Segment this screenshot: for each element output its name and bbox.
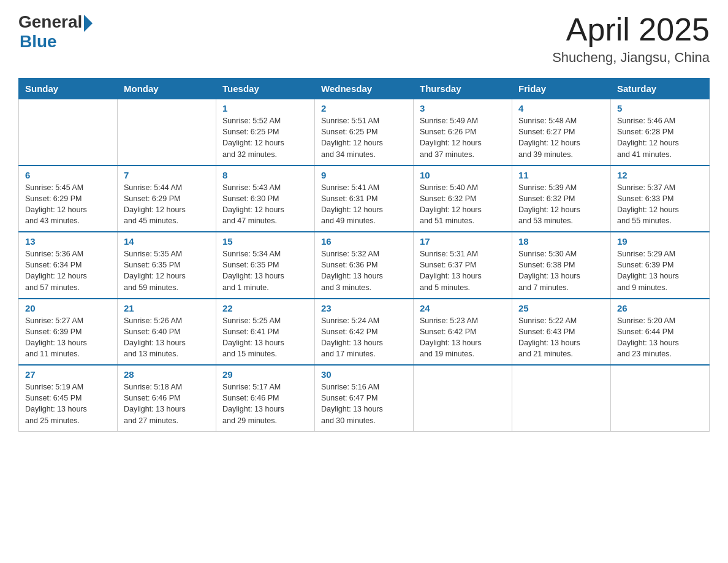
title-section: April 2025 Shucheng, Jiangsu, China [552, 12, 710, 66]
day-number: 14 [124, 236, 210, 247]
day-info: Sunrise: 5:31 AM Sunset: 6:37 PM Dayligh… [420, 248, 506, 293]
month-year-title: April 2025 [552, 12, 710, 47]
calendar-week-row: 27Sunrise: 5:19 AM Sunset: 6:45 PM Dayli… [19, 365, 710, 431]
day-number: 18 [518, 236, 604, 247]
day-number: 27 [25, 369, 111, 380]
day-info: Sunrise: 5:35 AM Sunset: 6:35 PM Dayligh… [124, 248, 210, 293]
calendar-cell: 8Sunrise: 5:43 AM Sunset: 6:30 PM Daylig… [216, 166, 315, 232]
calendar-cell [611, 365, 710, 431]
day-info: Sunrise: 5:36 AM Sunset: 6:34 PM Dayligh… [25, 248, 111, 293]
calendar-cell: 17Sunrise: 5:31 AM Sunset: 6:37 PM Dayli… [414, 232, 512, 299]
day-number: 16 [321, 236, 407, 247]
day-info: Sunrise: 5:26 AM Sunset: 6:40 PM Dayligh… [124, 315, 210, 360]
day-info: Sunrise: 5:45 AM Sunset: 6:29 PM Dayligh… [25, 182, 111, 227]
calendar-cell: 10Sunrise: 5:40 AM Sunset: 6:32 PM Dayli… [414, 166, 512, 232]
calendar-cell: 21Sunrise: 5:26 AM Sunset: 6:40 PM Dayli… [118, 299, 216, 366]
calendar-cell: 22Sunrise: 5:25 AM Sunset: 6:41 PM Dayli… [216, 299, 315, 366]
day-number: 19 [617, 236, 703, 247]
calendar-week-row: 1Sunrise: 5:52 AM Sunset: 6:25 PM Daylig… [19, 99, 710, 166]
day-info: Sunrise: 5:32 AM Sunset: 6:36 PM Dayligh… [321, 248, 407, 293]
calendar-cell: 2Sunrise: 5:51 AM Sunset: 6:25 PM Daylig… [315, 99, 414, 166]
day-info: Sunrise: 5:24 AM Sunset: 6:42 PM Dayligh… [321, 315, 407, 360]
day-info: Sunrise: 5:43 AM Sunset: 6:30 PM Dayligh… [222, 182, 308, 227]
day-info: Sunrise: 5:22 AM Sunset: 6:43 PM Dayligh… [518, 315, 604, 360]
calendar-cell: 24Sunrise: 5:23 AM Sunset: 6:42 PM Dayli… [414, 299, 512, 366]
day-number: 2 [321, 103, 407, 113]
day-info: Sunrise: 5:25 AM Sunset: 6:41 PM Dayligh… [222, 315, 308, 360]
calendar-cell: 6Sunrise: 5:45 AM Sunset: 6:29 PM Daylig… [19, 166, 118, 232]
calendar-cell: 11Sunrise: 5:39 AM Sunset: 6:32 PM Dayli… [512, 166, 611, 232]
day-info: Sunrise: 5:52 AM Sunset: 6:25 PM Dayligh… [222, 115, 308, 160]
calendar-body: 1Sunrise: 5:52 AM Sunset: 6:25 PM Daylig… [19, 99, 710, 432]
day-info: Sunrise: 5:23 AM Sunset: 6:42 PM Dayligh… [420, 315, 506, 360]
calendar-cell: 25Sunrise: 5:22 AM Sunset: 6:43 PM Dayli… [512, 299, 611, 366]
day-info: Sunrise: 5:44 AM Sunset: 6:29 PM Dayligh… [124, 182, 210, 227]
day-number: 3 [420, 103, 506, 113]
day-info: Sunrise: 5:29 AM Sunset: 6:39 PM Dayligh… [617, 248, 703, 293]
day-info: Sunrise: 5:16 AM Sunset: 6:47 PM Dayligh… [321, 381, 407, 426]
day-number: 25 [518, 303, 604, 313]
weekday-header-wednesday: Wednesday [315, 79, 414, 99]
weekday-header-friday: Friday [512, 79, 611, 99]
day-info: Sunrise: 5:27 AM Sunset: 6:39 PM Dayligh… [25, 315, 111, 360]
calendar-week-row: 20Sunrise: 5:27 AM Sunset: 6:39 PM Dayli… [19, 299, 710, 366]
day-number: 6 [25, 170, 111, 180]
logo-arrow-icon [84, 15, 93, 32]
weekday-header-monday: Monday [118, 79, 216, 99]
day-number: 28 [124, 369, 210, 380]
calendar-cell: 13Sunrise: 5:36 AM Sunset: 6:34 PM Dayli… [19, 232, 118, 299]
calendar-cell: 7Sunrise: 5:44 AM Sunset: 6:29 PM Daylig… [118, 166, 216, 232]
day-number: 30 [321, 369, 407, 380]
day-number: 9 [321, 170, 407, 180]
day-number: 13 [25, 236, 111, 247]
day-info: Sunrise: 5:18 AM Sunset: 6:46 PM Dayligh… [124, 381, 210, 426]
weekday-header-thursday: Thursday [414, 79, 512, 99]
calendar-cell: 14Sunrise: 5:35 AM Sunset: 6:35 PM Dayli… [118, 232, 216, 299]
calendar-cell: 1Sunrise: 5:52 AM Sunset: 6:25 PM Daylig… [216, 99, 315, 166]
day-info: Sunrise: 5:39 AM Sunset: 6:32 PM Dayligh… [518, 182, 604, 227]
day-info: Sunrise: 5:37 AM Sunset: 6:33 PM Dayligh… [617, 182, 703, 227]
day-number: 21 [124, 303, 210, 313]
calendar-cell: 18Sunrise: 5:30 AM Sunset: 6:38 PM Dayli… [512, 232, 611, 299]
calendar-week-row: 13Sunrise: 5:36 AM Sunset: 6:34 PM Dayli… [19, 232, 710, 299]
page-header: General Blue April 2025 Shucheng, Jiangs… [18, 12, 710, 66]
calendar-cell: 23Sunrise: 5:24 AM Sunset: 6:42 PM Dayli… [315, 299, 414, 366]
day-info: Sunrise: 5:34 AM Sunset: 6:35 PM Dayligh… [222, 248, 308, 293]
calendar-cell: 9Sunrise: 5:41 AM Sunset: 6:31 PM Daylig… [315, 166, 414, 232]
calendar-cell: 5Sunrise: 5:46 AM Sunset: 6:28 PM Daylig… [611, 99, 710, 166]
day-info: Sunrise: 5:41 AM Sunset: 6:31 PM Dayligh… [321, 182, 407, 227]
calendar-cell: 28Sunrise: 5:18 AM Sunset: 6:46 PM Dayli… [118, 365, 216, 431]
calendar-cell [414, 365, 512, 431]
calendar-cell [512, 365, 611, 431]
calendar-cell: 19Sunrise: 5:29 AM Sunset: 6:39 PM Dayli… [611, 232, 710, 299]
day-number: 4 [518, 103, 604, 113]
calendar-cell: 15Sunrise: 5:34 AM Sunset: 6:35 PM Dayli… [216, 232, 315, 299]
day-number: 20 [25, 303, 111, 313]
calendar-table: SundayMondayTuesdayWednesdayThursdayFrid… [18, 78, 710, 432]
logo-blue-text: Blue [20, 32, 57, 52]
day-info: Sunrise: 5:30 AM Sunset: 6:38 PM Dayligh… [518, 248, 604, 293]
day-number: 17 [420, 236, 506, 247]
day-number: 8 [222, 170, 308, 180]
day-info: Sunrise: 5:40 AM Sunset: 6:32 PM Dayligh… [420, 182, 506, 227]
day-number: 15 [222, 236, 308, 247]
day-number: 10 [420, 170, 506, 180]
day-info: Sunrise: 5:46 AM Sunset: 6:28 PM Dayligh… [617, 115, 703, 160]
calendar-cell: 20Sunrise: 5:27 AM Sunset: 6:39 PM Dayli… [19, 299, 118, 366]
day-number: 26 [617, 303, 703, 313]
day-number: 22 [222, 303, 308, 313]
day-info: Sunrise: 5:19 AM Sunset: 6:45 PM Dayligh… [25, 381, 111, 426]
calendar-cell: 4Sunrise: 5:48 AM Sunset: 6:27 PM Daylig… [512, 99, 611, 166]
weekday-header-tuesday: Tuesday [216, 79, 315, 99]
day-number: 11 [518, 170, 604, 180]
calendar-cell: 26Sunrise: 5:20 AM Sunset: 6:44 PM Dayli… [611, 299, 710, 366]
day-info: Sunrise: 5:51 AM Sunset: 6:25 PM Dayligh… [321, 115, 407, 160]
logo-general-text: General [18, 12, 82, 32]
calendar-cell: 30Sunrise: 5:16 AM Sunset: 6:47 PM Dayli… [315, 365, 414, 431]
calendar-cell [118, 99, 216, 166]
calendar-cell [19, 99, 118, 166]
weekday-header-saturday: Saturday [611, 79, 710, 99]
location-text: Shucheng, Jiangsu, China [552, 50, 710, 66]
day-number: 24 [420, 303, 506, 313]
day-number: 23 [321, 303, 407, 313]
